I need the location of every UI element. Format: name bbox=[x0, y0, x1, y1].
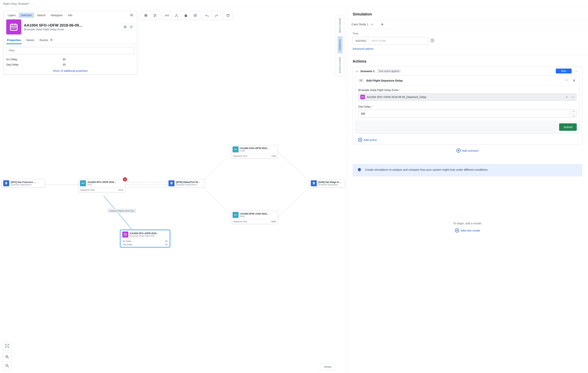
flight-icon bbox=[232, 212, 239, 218]
datetime-input[interactable]: 3/22/2022 09:57:23 AM bbox=[353, 37, 428, 45]
svg-point-8 bbox=[125, 27, 126, 28]
titlebar-more[interactable]: ... bbox=[31, 2, 33, 5]
zoom-out-button[interactable] bbox=[3, 361, 12, 370]
scenario-menu-button[interactable]: ⋯ bbox=[574, 69, 579, 73]
open-button[interactable] bbox=[128, 24, 134, 30]
flight-icon bbox=[80, 180, 86, 186]
tab-search[interactable]: Search bbox=[35, 13, 48, 18]
node-flight-aa1064-san-dfw[interactable]: AA1064 SAN->DFW 2018… 1538 Departure Tim… bbox=[231, 145, 278, 158]
decrement-button[interactable] bbox=[570, 114, 577, 118]
chevron-down-icon bbox=[371, 23, 373, 25]
svg-line-16 bbox=[155, 15, 155, 15]
close-action-button[interactable] bbox=[571, 78, 577, 83]
add-case-study-button[interactable] bbox=[378, 20, 387, 29]
add-scenario-link[interactable]: Add scenario bbox=[347, 147, 588, 156]
collapse-panel-button[interactable] bbox=[128, 13, 135, 18]
link-button[interactable] bbox=[162, 11, 172, 20]
svg-rect-5 bbox=[13, 27, 14, 29]
subtab-properties[interactable]: Properties bbox=[6, 36, 22, 44]
svg-line-34 bbox=[204, 187, 231, 215]
event-select[interactable]: AA1004 SFO->DFW 2018-06-09_Departure_Del… bbox=[358, 93, 577, 101]
titlebar: Flight Delay Template* ... bbox=[0, 0, 588, 8]
graph-canvas[interactable]: Layers Selection Search Histogram Info A… bbox=[0, 8, 347, 373]
show-more-properties[interactable]: Show 15 additional properties bbox=[4, 67, 137, 74]
side-tab-model-config[interactable]: Model Config bbox=[337, 15, 343, 36]
right-side-tabs: Model Config Simulation Search Around bbox=[336, 15, 344, 76]
scenario-badge: One action applied bbox=[377, 69, 401, 73]
open-dropdown-button[interactable] bbox=[570, 95, 575, 99]
pin-icon bbox=[311, 180, 317, 186]
svg-line-15 bbox=[156, 16, 157, 17]
calendar-event-icon bbox=[122, 231, 128, 238]
side-tab-simulation[interactable]: Simulation bbox=[337, 36, 343, 54]
scenario-card: Scenario 1 One action applied Run ⋯ #1 E… bbox=[353, 66, 582, 145]
selection-subtitle: [Example Data] Flight Delay Event bbox=[24, 28, 119, 31]
node-flight-aa1004-1[interactable]: 1 AA1004 SFO->DFW 2018… 0732 Departure T… bbox=[78, 179, 125, 192]
dep-delay-input[interactable] bbox=[358, 110, 570, 118]
tab-info[interactable]: Info bbox=[66, 13, 75, 18]
scenario-name: Scenario 1 bbox=[360, 70, 375, 73]
expand-button[interactable] bbox=[172, 11, 181, 20]
node-selected-delay-event[interactable]: AA1004 SFO->DFW 2018… [Example Data] Fli… bbox=[121, 230, 170, 247]
submit-button[interactable]: Submit bbox=[559, 123, 577, 131]
svg-line-33 bbox=[278, 152, 309, 181]
add-model-link[interactable]: Add new model bbox=[347, 228, 588, 232]
tab-selection[interactable]: Selection bbox=[19, 13, 34, 18]
svg-point-27 bbox=[228, 16, 228, 17]
calendar-event-icon bbox=[360, 95, 365, 99]
series-button[interactable]: Series bbox=[320, 363, 336, 370]
clear-button[interactable] bbox=[190, 11, 200, 20]
svg-line-36 bbox=[104, 196, 136, 234]
record-button[interactable] bbox=[141, 11, 151, 20]
subtab-events[interactable]: Events 0 bbox=[39, 36, 54, 44]
svg-point-12 bbox=[154, 14, 155, 15]
run-button[interactable]: Run bbox=[556, 69, 572, 73]
node-flight-aa1064-dfw-san[interactable]: AA1064 DFW->SAN 2018… 0944 Departure Tim… bbox=[231, 211, 278, 224]
target-button[interactable] bbox=[122, 24, 128, 30]
caret-down-icon[interactable] bbox=[356, 69, 358, 72]
cut-button[interactable] bbox=[151, 11, 160, 20]
zoom-in-button[interactable] bbox=[3, 352, 12, 361]
events-count-badge: 0 bbox=[49, 38, 54, 42]
plus-circle-icon bbox=[358, 138, 362, 142]
help-button[interactable] bbox=[223, 11, 233, 20]
tab-case-study[interactable]: Case Study 1 bbox=[347, 20, 378, 29]
svg-rect-6 bbox=[15, 27, 16, 29]
chevron-down-icon bbox=[572, 95, 574, 98]
svg-rect-39 bbox=[82, 183, 84, 184]
clock-icon[interactable] bbox=[430, 38, 434, 43]
svg-line-9 bbox=[131, 26, 132, 27]
svg-rect-4 bbox=[11, 27, 13, 29]
simulation-title: Simulation bbox=[353, 12, 582, 16]
collapse-action-button[interactable] bbox=[564, 78, 569, 83]
add-action-link[interactable]: Add action bbox=[353, 136, 582, 145]
svg-line-32 bbox=[204, 154, 231, 181]
fit-button[interactable] bbox=[3, 341, 12, 350]
svg-rect-63 bbox=[362, 96, 364, 98]
side-tab-search-around[interactable]: Search Around bbox=[337, 54, 343, 76]
node-sfo-airport[interactable]: [SFO] San Francisco … [Example Data] Air… bbox=[1, 179, 45, 188]
clear-selection-button[interactable]: ✕ bbox=[565, 96, 569, 99]
subtab-series[interactable]: Series bbox=[25, 36, 35, 44]
brush-button[interactable] bbox=[181, 11, 190, 20]
chevron-up-icon bbox=[565, 79, 568, 82]
svg-point-13 bbox=[154, 16, 155, 17]
selection-title: AA1004 SFO->DFW 2018-06-09… bbox=[24, 23, 119, 28]
tab-layers[interactable]: Layers bbox=[5, 13, 18, 18]
tab-histogram[interactable]: Histogram bbox=[48, 13, 65, 18]
property-row: Dep Delay 95 bbox=[4, 62, 137, 67]
chevron-up-icon bbox=[572, 111, 575, 113]
redo-button[interactable] bbox=[212, 11, 221, 20]
node-dfw-airport[interactable]: [DFW] Dallas/Fort W… [Example Data] Airp… bbox=[167, 179, 204, 188]
property-row: Arr Delay 85 bbox=[4, 57, 137, 62]
svg-line-52 bbox=[8, 357, 9, 359]
pin-icon bbox=[3, 180, 9, 186]
undo-button[interactable] bbox=[202, 11, 212, 20]
svg-rect-42 bbox=[235, 149, 236, 150]
filter-input[interactable] bbox=[6, 47, 134, 54]
increment-button[interactable] bbox=[570, 110, 577, 114]
node-san-airport[interactable]: [SAN] San Diego In… [Example Data] Airpo… bbox=[309, 179, 345, 188]
advanced-options-link[interactable]: Advanced options bbox=[353, 47, 374, 50]
action-title: Edit Flight Departure Delay bbox=[366, 79, 561, 82]
info-callout: Create simulations to analyze and compar… bbox=[353, 164, 582, 176]
